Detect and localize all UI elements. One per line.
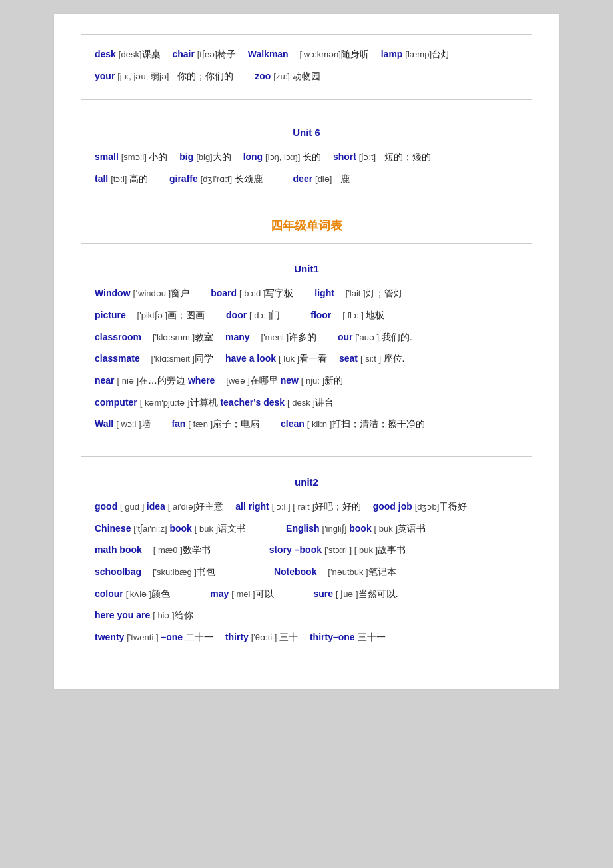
word-giraffe: giraffe (169, 173, 198, 184)
main-page: desk [desk]课桌 chair [tʃeə]椅子 Walkman ['w… (53, 13, 560, 690)
word-desk: desk (95, 49, 116, 59)
word-computer: computer (95, 397, 137, 408)
word-book-2: book (349, 523, 371, 534)
word-here-you-are: here you are (95, 610, 150, 620)
word-wall: Wall (95, 418, 113, 429)
word-english: English (286, 523, 320, 534)
word-schoolbag: schoolbag (95, 566, 141, 577)
word-thirty-one: thirty–one (310, 632, 355, 642)
word-deer: deer (293, 173, 313, 184)
word-lamp: lamp (381, 49, 403, 59)
word-math-book: math book (95, 544, 142, 555)
unit1-row-4: classmate ['klɑ:smeit ]同学 have a look [ … (95, 350, 518, 368)
word-board: board (211, 288, 237, 298)
word-our: our (338, 332, 353, 342)
word-where: where (188, 375, 215, 386)
word-chinese-book: Chinese (95, 523, 131, 534)
word-many: many (225, 332, 250, 342)
word-small: small (95, 151, 119, 162)
word-fan: fan (171, 418, 185, 429)
word-classmate: classmate (95, 353, 140, 364)
word-good: good (95, 501, 117, 512)
top-vocab-row-1: desk [desk]课桌 chair [tʃeə]椅子 Walkman ['w… (95, 45, 518, 63)
word-notebook: Notebook (274, 566, 317, 577)
word-chair: chair (172, 49, 194, 59)
unit2-row-1: good [ gud ] idea [ ai'diə]好主意 all right… (95, 498, 518, 516)
word-book-1: book (169, 523, 191, 534)
word-picture: picture (95, 310, 126, 320)
word-have-a-look: have a look (225, 353, 276, 364)
word-story-book: story –book (269, 544, 322, 555)
unit1-row-1: Window [ˈwindəu ]窗户 board [ bɔ:d ]写字板 li… (95, 284, 518, 302)
word-tall: tall (95, 173, 108, 184)
word-idea: idea (147, 501, 165, 512)
word-may: may (210, 588, 229, 599)
word-window: Window (95, 288, 131, 298)
word-teachers-desk: teacher's desk (220, 397, 285, 408)
word-light: light (314, 288, 334, 298)
word-twenty-one: –one (161, 632, 183, 642)
unit2-row-7: twenty ['twenti ] –one 二十一 thirty ['θɑ:t… (95, 628, 518, 646)
unit6-title: Unit 6 (95, 123, 518, 141)
unit6-row-1: small [smɔ:l] 小的 big [big]大的 long [lɔŋ, … (95, 148, 518, 166)
top-vocab-row-2: your [jɔ:, jəu, 弱jə] 你的；你们的 zoo [zu:] 动物… (95, 67, 518, 85)
word-short: short (333, 151, 356, 162)
unit2-row-2: Chinese ['tʃai'ni:z] book [ buk ]语文书 Eng… (95, 520, 518, 538)
unit2-row-4: schoolbag ['sku:lbæg ]书包 Notebook ['nəut… (95, 563, 518, 581)
unit2-row-5: colour ['kʌlə ]颜色 may [ mei ]可以 sure [ ʃ… (95, 585, 518, 603)
word-zoo: zoo (255, 71, 271, 81)
unit1-row-7: Wall [ wɔ:l ]墙 fan [ fæn ]扇子；电扇 clean [ … (95, 415, 518, 433)
word-new: new (281, 375, 299, 386)
unit1-row-5: near [ niə ]在…的旁边 where [weə ]在哪里 new [ … (95, 372, 518, 390)
unit1-block: Unit1 Window [ˈwindəu ]窗户 board [ bɔ:d ]… (81, 243, 532, 448)
word-sure: sure (314, 588, 334, 599)
word-long: long (243, 151, 263, 162)
word-door: door (226, 310, 247, 320)
word-your: your (95, 71, 115, 81)
unit2-block: unit2 good [ gud ] idea [ ai'diə]好主意 all… (81, 456, 532, 661)
word-classroom: classroom (95, 332, 141, 342)
unit2-row-3: math book [ mæθ ]数学书 story –book ['stɔ:r… (95, 541, 518, 559)
word-twenty: twenty (95, 632, 124, 642)
word-walkman: Walkman (248, 49, 289, 59)
unit2-title: unit2 (95, 473, 518, 491)
unit1-row-3: classroom ['klɑ:srum ]教室 many ['meni ]许多… (95, 328, 518, 346)
unit6-row-2: tall [tɔ:l] 高的 giraffe [dʒi'rɑ:f] 长颈鹿 de… (95, 170, 518, 188)
unit2-row-6: here you are [ hiə ]给你 (95, 606, 518, 624)
word-good-job: good job (373, 501, 412, 512)
word-seat: seat (339, 353, 358, 364)
word-thirty: thirty (225, 632, 249, 642)
word-all-right: all right (235, 501, 269, 512)
top-vocab-block: desk [desk]课桌 chair [tʃeə]椅子 Walkman ['w… (81, 34, 532, 100)
word-near: near (95, 375, 115, 386)
grade4-vocab-title: 四年级单词表 (81, 215, 532, 236)
unit1-row-2: picture ['piktʃə ]画；图画 door [ dɔ: ]门 flo… (95, 306, 518, 324)
word-clean: clean (281, 418, 305, 429)
word-big: big (179, 151, 193, 162)
word-colour: colour (95, 588, 123, 599)
unit6-block: Unit 6 small [smɔ:l] 小的 big [big]大的 long… (81, 107, 532, 203)
unit1-row-6: computer [ kəm'pju:tə ]计算机 teacher's des… (95, 394, 518, 412)
unit1-title: Unit1 (95, 260, 518, 278)
word-floor: floor (310, 310, 331, 320)
